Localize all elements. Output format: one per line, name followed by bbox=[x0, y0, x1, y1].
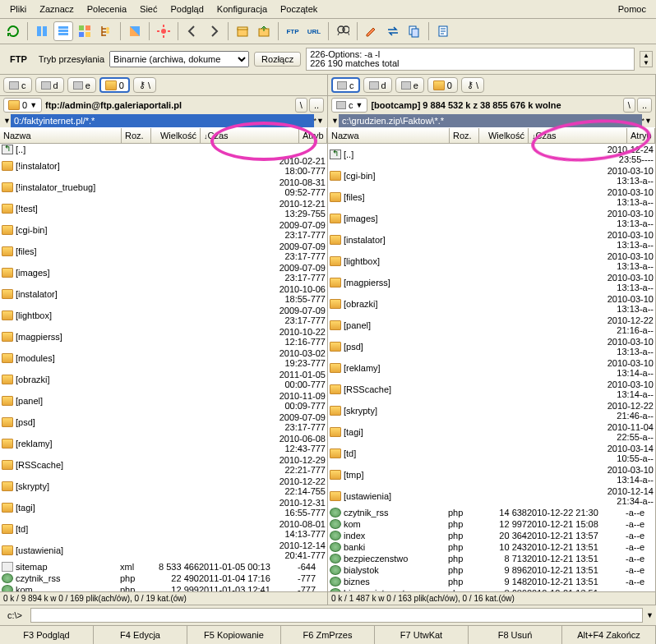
pack-icon[interactable] bbox=[233, 21, 252, 41]
altf4-exit[interactable]: Alt+F4 Zakończ bbox=[562, 626, 656, 644]
left-filter[interactable]: 0:/faktyinternet.pl/*.* bbox=[11, 114, 314, 127]
right-drive-dropdown[interactable]: c▼ bbox=[331, 98, 367, 113]
left-filelist[interactable]: [..][!instalator]2010-02-21 18:00-777[!i… bbox=[0, 144, 327, 591]
command-input[interactable] bbox=[30, 608, 643, 623]
right-col-attr[interactable]: Atryb bbox=[627, 128, 655, 143]
file-row[interactable]: [obrazki]2011-01-05 00:00-777 bbox=[0, 369, 327, 390]
file-row[interactable]: [cgi-bin]2009-07-09 23:17-777 bbox=[0, 219, 327, 241]
file-row[interactable]: indexphp20 3642010-12-21 13:57-a--e bbox=[328, 530, 655, 541]
left-drive-d[interactable]: d bbox=[35, 77, 64, 93]
command-history-dropdown[interactable]: ▼ bbox=[646, 611, 654, 619]
file-row[interactable]: czytnik_rssphp22 4902011-01-04 17:16-777 bbox=[0, 573, 327, 584]
f8-delete[interactable]: F8 Usuń bbox=[469, 626, 562, 644]
file-row[interactable]: [reklamy]2010-06-08 12:43-777 bbox=[0, 433, 327, 454]
left-drive-net[interactable]: ⚷\ bbox=[133, 77, 156, 93]
unpack-icon[interactable] bbox=[254, 21, 274, 41]
f4-edit[interactable]: F4 Edycja bbox=[94, 626, 187, 644]
search-icon[interactable] bbox=[333, 21, 353, 41]
menu-pliki[interactable]: Pliki bbox=[3, 2, 33, 16]
file-row[interactable]: komphp12 9972010-12-21 15:08-a--e bbox=[328, 518, 655, 530]
back-icon[interactable] bbox=[182, 21, 202, 41]
f3-view[interactable]: F3 Podgląd bbox=[0, 626, 94, 644]
file-row[interactable]: biznesphp9 1482010-12-21 13:51-a--e bbox=[328, 576, 655, 587]
right-filelist[interactable]: [..]2010-12-24 23:55----[cgi-bin]2010-03… bbox=[328, 144, 655, 591]
disconnect-button[interactable]: Rozłącz bbox=[254, 52, 301, 67]
left-col-attr[interactable]: Atryb bbox=[299, 128, 327, 143]
left-col-name[interactable]: Nazwa bbox=[0, 128, 122, 143]
file-row[interactable]: [magpierss]2010-10-22 12:16-777 bbox=[0, 326, 327, 347]
f6-move[interactable]: F6 ZmPrzes bbox=[281, 626, 375, 644]
file-row[interactable]: [td]2010-03-14 10:55-a-- bbox=[328, 443, 655, 464]
rename-icon[interactable] bbox=[362, 21, 381, 41]
left-drive-0[interactable]: 0 bbox=[99, 77, 130, 93]
file-row[interactable]: [cgi-bin]2010-03-10 13:13-a-- bbox=[328, 165, 655, 186]
file-row[interactable]: [panel]2010-11-09 00:09-777 bbox=[0, 390, 327, 412]
right-root-button[interactable]: \ bbox=[623, 98, 635, 113]
file-row[interactable]: [psd]2009-07-09 23:17-777 bbox=[0, 412, 327, 433]
file-row[interactable]: [!instalator_truebug]2010-08-31 09:52-77… bbox=[0, 177, 327, 198]
file-row[interactable]: [RSScache]2010-12-29 22:21-777 bbox=[0, 454, 327, 476]
f5-copy[interactable]: F5 Kopiowanie bbox=[187, 626, 281, 644]
right-drive-c[interactable]: c bbox=[331, 77, 360, 93]
view-tree-icon[interactable] bbox=[96, 21, 116, 41]
left-col-time[interactable]: ↓Czas bbox=[201, 128, 299, 143]
file-row[interactable]: [tagi]2010-11-04 22:55-a-- bbox=[328, 421, 655, 443]
forward-icon[interactable] bbox=[204, 21, 224, 41]
file-row[interactable]: [!test]2010-12-21 13:29-755 bbox=[0, 198, 327, 219]
file-row[interactable]: [..]2010-12-24 23:55---- bbox=[328, 144, 655, 165]
file-row[interactable]: [lightbox]2010-03-10 13:13-a-- bbox=[328, 251, 655, 272]
right-filter[interactable]: c:\grudzien.zip\Faktow\*.* bbox=[339, 114, 642, 127]
sync-icon[interactable] bbox=[383, 21, 403, 41]
ftp-icon[interactable]: FTP bbox=[283, 21, 303, 41]
menu-polecenia[interactable]: Polecenia bbox=[81, 2, 133, 16]
view-full-icon[interactable] bbox=[53, 21, 73, 41]
left-drive-e[interactable]: e bbox=[67, 77, 96, 93]
file-row[interactable]: [images]2010-03-10 13:13-a-- bbox=[328, 208, 655, 229]
menu-zaznacz[interactable]: Zaznacz bbox=[33, 2, 81, 16]
file-row[interactable]: [files]2009-07-09 23:17-777 bbox=[0, 241, 327, 262]
file-row[interactable]: [lightbox]2009-07-09 23:17-777 bbox=[0, 305, 327, 326]
file-row[interactable]: sitemapxml8 533 4662011-01-05 00:13-644 bbox=[0, 561, 327, 573]
right-history-dropdown[interactable]: ▼ bbox=[331, 117, 339, 125]
menu-siec[interactable]: Sieć bbox=[133, 2, 164, 16]
file-row[interactable]: [skrypty]2010-12-22 22:14-755 bbox=[0, 476, 327, 497]
file-row[interactable]: [obrazki]2010-03-10 13:13-a-- bbox=[328, 293, 655, 315]
file-row[interactable]: [instalator]2010-03-10 13:13-a-- bbox=[328, 229, 655, 251]
file-row[interactable]: [modules]2010-03-02 19:23-777 bbox=[0, 347, 327, 369]
file-row[interactable]: [magpierss]2010-03-10 13:13-a-- bbox=[328, 272, 655, 293]
left-drive-c[interactable]: c bbox=[3, 77, 32, 93]
menu-konfiguracja[interactable]: Konfiguracja bbox=[210, 2, 274, 16]
right-up-button[interactable]: .. bbox=[637, 98, 652, 113]
file-row[interactable]: [panel]2010-12-22 21:16-a-- bbox=[328, 315, 655, 336]
file-row[interactable]: [tmp]2010-03-10 13:14-a-- bbox=[328, 464, 655, 485]
file-row[interactable]: bankiphp10 2432010-12-21 13:51-a--e bbox=[328, 541, 655, 553]
menu-pomoc[interactable]: Pomoc bbox=[612, 2, 653, 16]
file-row[interactable]: [RSScache]2010-03-10 13:14-a-- bbox=[328, 379, 655, 400]
right-col-time[interactable]: ↓Czas bbox=[529, 128, 627, 143]
file-row[interactable]: [files]2010-03-10 13:13-a-- bbox=[328, 186, 655, 208]
file-row[interactable]: [..] bbox=[0, 144, 327, 155]
file-row[interactable]: [tagi]2010-12-31 16:55-777 bbox=[0, 497, 327, 518]
file-row[interactable]: [reklamy]2010-03-10 13:14-a-- bbox=[328, 357, 655, 379]
config-icon[interactable] bbox=[154, 21, 173, 41]
left-up-button[interactable]: .. bbox=[309, 98, 324, 113]
url-icon[interactable]: URL bbox=[304, 21, 324, 41]
f7-mkdir[interactable]: F7 UtwKat bbox=[375, 626, 469, 644]
file-row[interactable]: [!instalator]2010-02-21 18:00-777 bbox=[0, 155, 327, 177]
notepad-icon[interactable] bbox=[433, 21, 453, 41]
left-history-dropdown[interactable]: ▼ bbox=[3, 117, 11, 125]
file-row[interactable]: komphp12 9992011-01-03 12:41-777 bbox=[0, 584, 327, 591]
file-row[interactable]: bialystokphp9 8962010-12-21 13:51-a--e bbox=[328, 564, 655, 576]
copy-names-icon[interactable] bbox=[404, 21, 424, 41]
menu-poczatek[interactable]: Początek bbox=[274, 2, 324, 16]
right-drive-0[interactable]: 0 bbox=[427, 77, 458, 93]
file-row[interactable]: czytnik_rssphp14 6382010-12-22 21:30-a--… bbox=[328, 507, 655, 518]
right-col-name[interactable]: Nazwa bbox=[328, 128, 450, 143]
right-col-size[interactable]: Wielkość bbox=[479, 128, 529, 143]
view-brief-icon[interactable] bbox=[32, 21, 52, 41]
menu-podglad[interactable]: Podgląd bbox=[164, 2, 210, 16]
status-scroll[interactable]: ▲▼ bbox=[640, 51, 653, 67]
right-drive-d[interactable]: d bbox=[363, 77, 392, 93]
file-row[interactable]: [psd]2010-03-10 13:13-a-- bbox=[328, 336, 655, 357]
left-col-ext[interactable]: Roz. bbox=[122, 128, 151, 143]
